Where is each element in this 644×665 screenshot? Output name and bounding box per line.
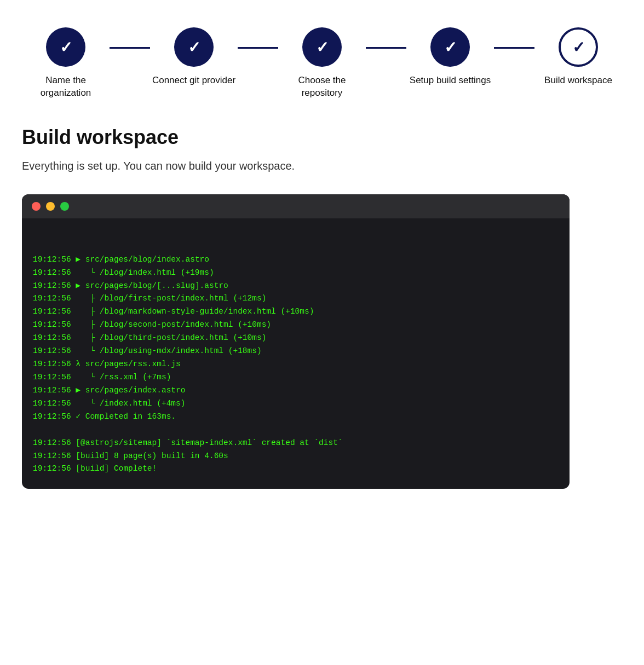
terminal-line: 19:12:56 ├ /blog/markdown-style-guide/in… xyxy=(33,305,559,319)
terminal-line: 19:12:56 ├ /blog/second-post/index.html … xyxy=(33,319,559,332)
step-check-setup-build: ✓ xyxy=(444,38,457,56)
terminal-line: 19:12:56 λ src/pages/rss.xml.js xyxy=(33,358,559,371)
step-connector-line-2 xyxy=(366,47,406,49)
step-circle-connect-git: ✓ xyxy=(174,27,214,67)
step-check-choose-repo: ✓ xyxy=(316,38,329,56)
terminal-line: 19:12:56 └ /index.html (+4ms) xyxy=(33,397,559,410)
terminal-line: 19:12:56 ▶ src/pages/blog/[...slug].astr… xyxy=(33,280,559,293)
terminal-line: 19:12:56 ▶ src/pages/index.astro xyxy=(33,384,559,397)
step-connector-3 xyxy=(494,27,534,49)
step-check-name-org: ✓ xyxy=(60,38,72,56)
step-connector-2 xyxy=(366,27,406,49)
step-item-choose-repo: ✓Choose the repository xyxy=(278,27,366,100)
step-circle-choose-repo: ✓ xyxy=(302,27,342,67)
terminal-minimize-dot[interactable] xyxy=(46,202,55,211)
step-label-setup-build: Setup build settings xyxy=(410,74,491,87)
page-title: Build workspace xyxy=(22,126,622,149)
step-check-build-workspace: ✓ xyxy=(572,38,585,56)
step-item-setup-build: ✓Setup build settings xyxy=(406,27,494,87)
step-connector-1 xyxy=(238,27,278,49)
terminal-maximize-dot[interactable] xyxy=(60,202,69,211)
step-item-connect-git: ✓Connect git provider xyxy=(150,27,238,87)
step-item-name-org: ✓Name the organization xyxy=(22,27,110,100)
stepper: ✓Name the organization✓Connect git provi… xyxy=(22,22,622,100)
terminal-line: 19:12:56 [build] 8 page(s) built in 4.60… xyxy=(33,450,559,463)
step-check-connect-git: ✓ xyxy=(188,38,200,56)
terminal-line: 19:12:56 └ /blog/index.html (+19ms) xyxy=(33,267,559,280)
terminal-titlebar xyxy=(22,194,570,218)
terminal-line: 19:12:56 └ /rss.xml (+7ms) xyxy=(33,371,559,384)
terminal-line: 19:12:56 ✓ Completed in 163ms. xyxy=(33,410,559,424)
terminal-line: 19:12:56 ├ /blog/third-post/index.html (… xyxy=(33,332,559,345)
step-connector-line-1 xyxy=(238,47,278,49)
terminal-line: 19:12:56 └ /blog/using-mdx/index.html (+… xyxy=(33,345,559,358)
step-connector-0 xyxy=(110,27,150,49)
step-connector-line-0 xyxy=(110,47,150,49)
terminal-line: 19:12:56 ├ /blog/first-post/index.html (… xyxy=(33,292,559,305)
terminal-window: 19:12:56 ▶ src/pages/blog/index.astro19:… xyxy=(22,194,570,489)
terminal-line: 19:12:56 [build] Complete! xyxy=(33,462,559,476)
terminal-line: 19:12:56 ▶ src/pages/blog/index.astro xyxy=(33,253,559,267)
step-label-connect-git: Connect git provider xyxy=(152,74,235,87)
step-label-name-org: Name the organization xyxy=(22,74,110,100)
terminal-close-dot[interactable] xyxy=(32,202,41,211)
step-circle-name-org: ✓ xyxy=(46,27,85,67)
terminal-line: 19:12:56 [@astrojs/sitemap] `sitemap-ind… xyxy=(33,437,559,450)
page-subtitle: Everything is set up. You can now build … xyxy=(22,160,622,172)
step-label-build-workspace: Build workspace xyxy=(544,74,612,87)
step-circle-build-workspace: ✓ xyxy=(559,27,598,67)
step-item-build-workspace: ✓Build workspace xyxy=(534,27,622,87)
step-connector-line-3 xyxy=(494,47,534,49)
terminal-line xyxy=(33,424,559,437)
terminal-body: 19:12:56 ▶ src/pages/blog/index.astro19:… xyxy=(22,218,570,489)
step-circle-setup-build: ✓ xyxy=(430,27,470,67)
step-label-choose-repo: Choose the repository xyxy=(278,74,366,100)
